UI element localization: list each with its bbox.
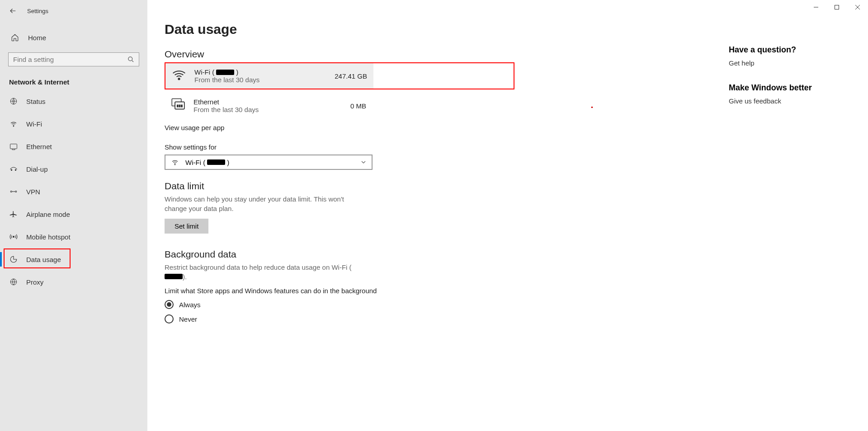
sidebar: Settings Home Network & Internet Status … bbox=[0, 0, 147, 431]
page-title: Data usage bbox=[165, 22, 514, 37]
view-usage-per-app-link[interactable]: View usage per app bbox=[165, 124, 514, 131]
vpn-icon bbox=[9, 187, 18, 196]
wifi-signal-icon bbox=[172, 68, 188, 84]
data-usage-icon bbox=[9, 255, 18, 264]
sidebar-item-dialup[interactable]: Dial-up bbox=[0, 159, 147, 179]
show-settings-label: Show settings for bbox=[165, 143, 514, 151]
redacted-ssid bbox=[165, 274, 183, 279]
overview-ethernet-name: Ethernet bbox=[193, 98, 350, 106]
main: Data usage Overview Wi-Fi () From the la… bbox=[147, 0, 868, 431]
maximize-button[interactable] bbox=[826, 0, 847, 14]
overview-wifi-row[interactable]: Wi-Fi () From the last 30 days 247.41 GB bbox=[165, 63, 373, 89]
chevron-down-icon bbox=[361, 159, 366, 165]
wifi-icon-small bbox=[171, 158, 180, 166]
redacted-ssid bbox=[216, 70, 234, 75]
overview-wifi-name: Wi-Fi () bbox=[194, 68, 335, 76]
overview-heading: Overview bbox=[165, 49, 514, 60]
sidebar-home[interactable]: Home bbox=[0, 29, 147, 46]
overview-wifi-sub: From the last 30 days bbox=[194, 76, 335, 84]
home-icon bbox=[11, 33, 20, 42]
background-data-heading: Background data bbox=[165, 249, 514, 260]
svg-point-7 bbox=[15, 191, 17, 192]
get-help-link[interactable]: Get help bbox=[729, 59, 828, 67]
svg-point-15 bbox=[175, 164, 175, 165]
sidebar-item-proxy[interactable]: Proxy bbox=[0, 272, 147, 292]
annotation-highlight-wifi: Wi-Fi () From the last 30 days 247.41 GB bbox=[165, 62, 514, 89]
sidebar-item-data-usage[interactable]: Data usage bbox=[0, 249, 147, 269]
overview-ethernet-value: 0 MB bbox=[350, 102, 366, 110]
background-data-desc: Restrict background data to help reduce … bbox=[165, 262, 359, 281]
set-limit-button[interactable]: Set limit bbox=[165, 219, 208, 234]
have-question-heading: Have a question? bbox=[729, 45, 828, 55]
svg-point-0 bbox=[128, 57, 132, 61]
radio-icon bbox=[165, 300, 174, 309]
ethernet-port-icon bbox=[171, 98, 187, 114]
data-limit-heading: Data limit bbox=[165, 181, 514, 192]
radio-never[interactable]: Never bbox=[165, 314, 514, 323]
svg-rect-10 bbox=[835, 5, 839, 9]
limit-store-label: Limit what Store apps and Windows featur… bbox=[165, 287, 514, 295]
dropdown-selected: Wi-Fi () bbox=[185, 159, 355, 166]
overview-wifi-value: 247.41 GB bbox=[335, 72, 367, 80]
radio-always[interactable]: Always bbox=[165, 300, 514, 309]
window-title: Settings bbox=[27, 8, 48, 14]
window-controls bbox=[806, 0, 868, 14]
globe-icon bbox=[9, 97, 18, 106]
show-settings-dropdown[interactable]: Wi-Fi () bbox=[165, 155, 373, 170]
search-icon bbox=[127, 56, 134, 63]
sidebar-item-hotspot[interactable]: Mobile hotspot bbox=[0, 227, 147, 247]
content: Data usage Overview Wi-Fi () From the la… bbox=[147, 0, 532, 431]
svg-point-5 bbox=[15, 169, 16, 170]
overview-ethernet-row[interactable]: Ethernet From the last 30 days 0 MB bbox=[165, 93, 373, 118]
sidebar-item-ethernet[interactable]: Ethernet bbox=[0, 136, 147, 156]
airplane-icon bbox=[9, 210, 18, 219]
back-arrow-icon[interactable] bbox=[9, 7, 18, 15]
sidebar-category: Network & Internet bbox=[0, 66, 147, 91]
search-input[interactable] bbox=[13, 56, 127, 63]
sidebar-item-vpn[interactable]: VPN bbox=[0, 182, 147, 201]
sidebar-item-status[interactable]: Status bbox=[0, 91, 147, 111]
svg-point-8 bbox=[13, 236, 14, 238]
wifi-icon bbox=[9, 119, 18, 128]
svg-point-2 bbox=[13, 126, 14, 127]
right-column: Have a question? Get help Make Windows b… bbox=[729, 45, 828, 121]
ethernet-icon bbox=[9, 142, 18, 151]
sidebar-item-airplane[interactable]: Airplane mode bbox=[0, 204, 147, 224]
search-box[interactable] bbox=[8, 52, 139, 66]
sidebar-home-label: Home bbox=[28, 34, 46, 42]
svg-point-11 bbox=[178, 78, 179, 80]
svg-point-6 bbox=[10, 191, 12, 192]
redacted-ssid bbox=[207, 159, 225, 165]
data-limit-desc: Windows can help you stay under your dat… bbox=[165, 194, 359, 213]
make-windows-better-heading: Make Windows better bbox=[729, 83, 828, 93]
close-button[interactable] bbox=[847, 0, 868, 14]
sidebar-item-wifi[interactable]: Wi-Fi bbox=[0, 114, 147, 134]
proxy-icon bbox=[9, 277, 18, 286]
radio-icon bbox=[165, 314, 174, 323]
svg-rect-3 bbox=[10, 144, 17, 149]
svg-point-4 bbox=[11, 169, 12, 170]
dialup-icon bbox=[9, 164, 18, 173]
annotation-dot bbox=[591, 107, 593, 108]
give-feedback-link[interactable]: Give us feedback bbox=[729, 97, 828, 105]
hotspot-icon bbox=[9, 232, 18, 241]
overview-ethernet-sub: From the last 30 days bbox=[193, 106, 350, 113]
minimize-button[interactable] bbox=[806, 0, 826, 14]
titlebar-left: Settings bbox=[0, 0, 147, 22]
